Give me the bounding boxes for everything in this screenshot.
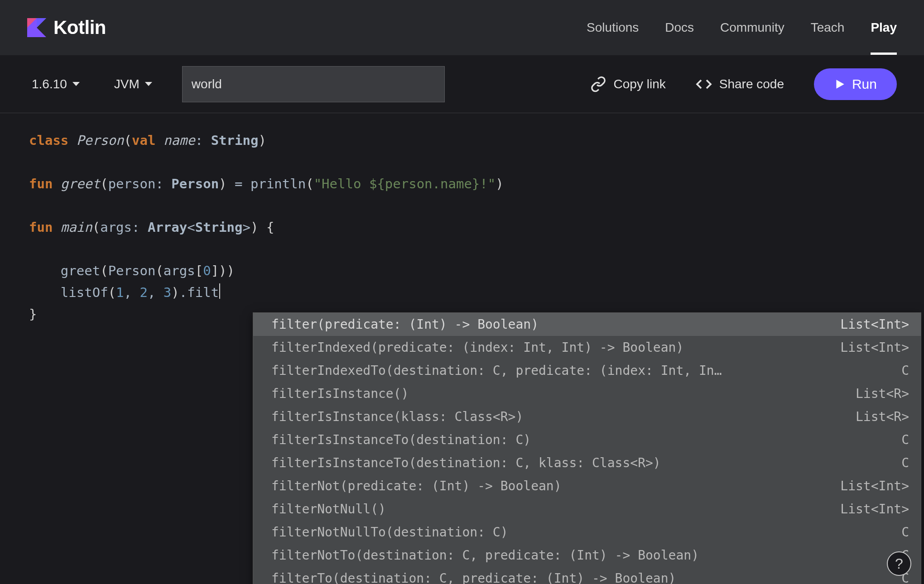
copy-link-button[interactable]: Copy link bbox=[590, 76, 666, 92]
autocomplete-signature: filterIsInstance() bbox=[271, 384, 418, 403]
autocomplete-item[interactable]: filterIsInstanceTo(destination: C, klass… bbox=[253, 451, 921, 474]
autocomplete-item[interactable]: filter(predicate: (Int) -> Boolean)List<… bbox=[253, 313, 921, 336]
play-icon bbox=[834, 78, 846, 90]
program-args-input[interactable] bbox=[182, 66, 445, 102]
nav-teach[interactable]: Teach bbox=[811, 20, 845, 35]
autocomplete-signature: filterIsInstance(klass: Class<R>) bbox=[271, 407, 532, 426]
autocomplete-signature: filterTo(destination: C, predicate: (Int… bbox=[271, 569, 685, 584]
autocomplete-return-type: C bbox=[896, 522, 909, 542]
run-button[interactable]: Run bbox=[814, 68, 897, 100]
autocomplete-item[interactable]: filterIsInstance(klass: Class<R>)List<R> bbox=[253, 405, 921, 428]
autocomplete-signature: filterIndexedTo(destination: C, predicat… bbox=[271, 361, 731, 380]
autocomplete-item[interactable]: filterNotNullTo(destination: C)C bbox=[253, 521, 921, 544]
autocomplete-return-type: List<Int> bbox=[835, 338, 909, 357]
nav-solutions[interactable]: Solutions bbox=[587, 20, 639, 35]
run-label: Run bbox=[852, 77, 877, 92]
autocomplete-signature: filterIsInstanceTo(destination: C, klass… bbox=[271, 453, 670, 473]
version-label: 1.6.10 bbox=[32, 77, 67, 91]
header: Kotlin Solutions Docs Community Teach Pl… bbox=[0, 0, 924, 55]
autocomplete-return-type: List<Int> bbox=[835, 315, 909, 334]
autocomplete-signature: filterIsInstanceTo(destination: C) bbox=[271, 430, 540, 450]
autocomplete-return-type: List<R> bbox=[850, 407, 909, 426]
toolbar: 1.6.10 JVM Copy link Share code Run bbox=[0, 55, 924, 113]
autocomplete-item[interactable]: filterIsInstance()List<R> bbox=[253, 382, 921, 405]
version-dropdown[interactable]: 1.6.10 bbox=[27, 74, 84, 94]
autocomplete-signature: filterNotNullTo(destination: C) bbox=[271, 522, 517, 542]
autocomplete-signature: filterIndexed(predicate: (index: Int, In… bbox=[271, 338, 693, 357]
autocomplete-return-type: List<Int> bbox=[835, 476, 909, 496]
nav-docs[interactable]: Docs bbox=[665, 20, 694, 35]
chevron-down-icon bbox=[72, 82, 80, 86]
primary-nav: Solutions Docs Community Teach Play bbox=[587, 20, 897, 35]
brand-logo[interactable]: Kotlin bbox=[27, 17, 106, 38]
autocomplete-signature: filterNotTo(destination: C, predicate: (… bbox=[271, 546, 708, 565]
autocomplete-item[interactable]: filterIndexedTo(destination: C, predicat… bbox=[253, 359, 921, 382]
autocomplete-return-type: C bbox=[896, 453, 909, 473]
text-cursor bbox=[219, 283, 220, 299]
share-code-label: Share code bbox=[719, 77, 784, 91]
kotlin-logo-icon bbox=[27, 18, 46, 37]
share-code-button[interactable]: Share code bbox=[696, 76, 784, 92]
chevron-down-icon bbox=[145, 82, 152, 86]
copy-link-label: Copy link bbox=[614, 77, 666, 91]
brand-name: Kotlin bbox=[53, 17, 106, 38]
autocomplete-signature: filterNot(predicate: (Int) -> Boolean) bbox=[271, 476, 571, 496]
autocomplete-item[interactable]: filterNotNull()List<Int> bbox=[253, 498, 921, 521]
autocomplete-signature: filterNotNull() bbox=[271, 499, 395, 519]
nav-play[interactable]: Play bbox=[871, 20, 897, 35]
autocomplete-item[interactable]: filterIndexed(predicate: (index: Int, In… bbox=[253, 336, 921, 359]
autocomplete-item[interactable]: filterTo(destination: C, predicate: (Int… bbox=[253, 567, 921, 584]
help-button[interactable]: ? bbox=[887, 551, 911, 576]
autocomplete-signature: filter(predicate: (Int) -> Boolean) bbox=[271, 315, 548, 334]
platform-dropdown[interactable]: JVM bbox=[110, 74, 157, 94]
code-editor[interactable]: class Person(val name: String) fun greet… bbox=[0, 113, 924, 341]
autocomplete-return-type: List<Int> bbox=[835, 499, 909, 519]
nav-community[interactable]: Community bbox=[720, 20, 784, 35]
autocomplete-popup: filter(predicate: (Int) -> Boolean)List<… bbox=[253, 312, 921, 584]
autocomplete-item[interactable]: filterIsInstanceTo(destination: C)C bbox=[253, 428, 921, 451]
code-icon bbox=[696, 76, 712, 92]
autocomplete-return-type: C bbox=[896, 361, 909, 380]
autocomplete-return-type: C bbox=[896, 430, 909, 450]
link-icon bbox=[590, 76, 606, 92]
autocomplete-item[interactable]: filterNot(predicate: (Int) -> Boolean)Li… bbox=[253, 474, 921, 498]
autocomplete-return-type: List<R> bbox=[850, 384, 909, 403]
autocomplete-item[interactable]: filterNotTo(destination: C, predicate: (… bbox=[253, 544, 921, 567]
platform-label: JVM bbox=[114, 77, 140, 91]
